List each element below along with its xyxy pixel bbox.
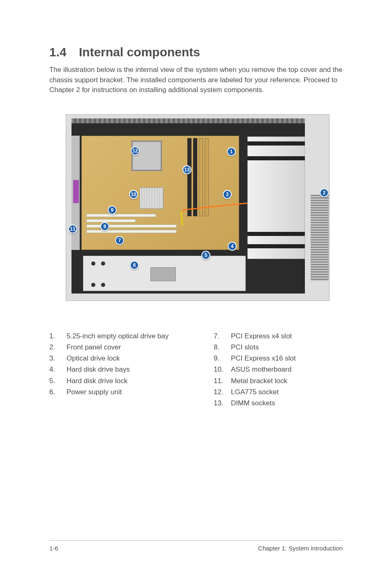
chapter-title: Chapter 1: System introduction — [258, 545, 343, 552]
legend-label: PCI slots — [231, 342, 296, 353]
optical-bay-slot — [247, 141, 305, 146]
legend-label: Hard disk drive lock — [67, 375, 169, 386]
callout-7: 7 — [115, 236, 124, 245]
legend-num: 6. — [49, 386, 67, 398]
legend-num: 3. — [49, 353, 67, 364]
cpu-socket — [131, 141, 162, 171]
callout-13: 13 — [182, 165, 191, 174]
legend-num: 2. — [49, 342, 67, 353]
front-panel-vent — [311, 195, 329, 281]
heading-number: 1.4 — [49, 45, 79, 59]
hdd-bay-slot — [247, 232, 305, 236]
internal-components-figure: 1 2 3 4 5 6 7 8 9 10 11 12 13 — [66, 114, 330, 301]
callout-5: 5 — [201, 251, 210, 260]
pci-slot — [86, 214, 156, 217]
callout-6: 6 — [130, 261, 139, 270]
legend-num: 12. — [214, 386, 231, 398]
page-number: 1-6 — [49, 545, 58, 552]
callout-12: 12 — [131, 146, 140, 155]
rear-io-port — [73, 180, 79, 203]
psu-mounting-hole — [101, 283, 105, 287]
legend-label: Power supply unit — [67, 386, 169, 398]
dimm-slot — [193, 138, 197, 216]
legend-label: Optical drive lock — [67, 353, 169, 364]
psu-mounting-hole — [91, 283, 95, 287]
dimm-slot — [187, 138, 191, 216]
section-heading: 1.4Internal components — [49, 45, 343, 59]
legend-label: Hard disk drive bays — [67, 364, 169, 375]
drive-cage — [247, 136, 305, 259]
legend-label: 5.25-inch empty optical drive bay — [67, 331, 169, 342]
callout-11: 11 — [68, 224, 77, 234]
legend-num: 13. — [214, 398, 231, 409]
dimm-slot — [199, 138, 203, 216]
legend-num: 5. — [49, 375, 67, 386]
pci-slot — [86, 224, 177, 228]
legend-label: PCI Express x4 slot — [231, 331, 296, 342]
callout-4: 4 — [228, 242, 237, 251]
legend-num: 8. — [214, 342, 231, 353]
dimm-slot — [205, 138, 209, 216]
callout-1: 1 — [227, 147, 236, 156]
legend-label: Metal bracket lock — [231, 375, 296, 386]
page-footer: 1-6 Chapter 1: System introduction — [49, 540, 343, 552]
pci-slot — [86, 219, 136, 222]
callout-10: 10 — [129, 190, 138, 199]
legend-label: LGA775 socket — [231, 386, 296, 398]
legend-num: 4. — [49, 364, 67, 375]
callout-3: 3 — [223, 190, 232, 199]
expansion-slot-area — [86, 214, 181, 247]
legend-num: 10. — [214, 364, 231, 375]
chipset-heatsink — [140, 187, 164, 209]
callout-8: 8 — [100, 222, 109, 231]
hdd-bay-slot — [247, 244, 305, 248]
legend-num: 1. — [49, 331, 67, 342]
callout-9: 9 — [108, 206, 117, 215]
legend-label: ASUS motherboard — [231, 364, 296, 375]
callout-2: 2 — [320, 188, 329, 197]
psu-mounting-hole — [91, 261, 95, 266]
legend-num: 11. — [214, 375, 231, 386]
legend-labels-right: PCI Express x4 slot PCI slots PCI Expres… — [231, 331, 296, 409]
legend-numbers-left: 1. 2. 3. 4. 5. 6. — [49, 331, 67, 409]
legend-label: DIMM sockets — [231, 398, 296, 409]
component-legend: 1. 2. 3. 4. 5. 6. 5.25-inch empty optica… — [49, 331, 343, 409]
optical-bay-slot — [247, 156, 305, 160]
legend-column-left: 1. 2. 3. 4. 5. 6. 5.25-inch empty optica… — [49, 331, 214, 409]
psu-connector — [150, 267, 176, 281]
pci-slot — [86, 230, 177, 233]
legend-labels-left: 5.25-inch empty optical drive bay Front … — [67, 331, 169, 409]
intro-paragraph: The illustration below is the internal v… — [49, 65, 343, 95]
heading-title: Internal components — [79, 45, 200, 59]
legend-label: Front panel cover — [67, 342, 169, 353]
legend-label: PCI Express x16 slot — [231, 353, 296, 364]
legend-column-right: 7. 8. 9. 10. 11. 12. 13. PCI Express x4 … — [214, 331, 343, 409]
legend-num: 7. — [214, 331, 231, 342]
legend-numbers-right: 7. 8. 9. 10. 11. 12. 13. — [214, 331, 231, 409]
psu-mounting-hole — [101, 261, 105, 266]
legend-num: 9. — [214, 353, 231, 364]
